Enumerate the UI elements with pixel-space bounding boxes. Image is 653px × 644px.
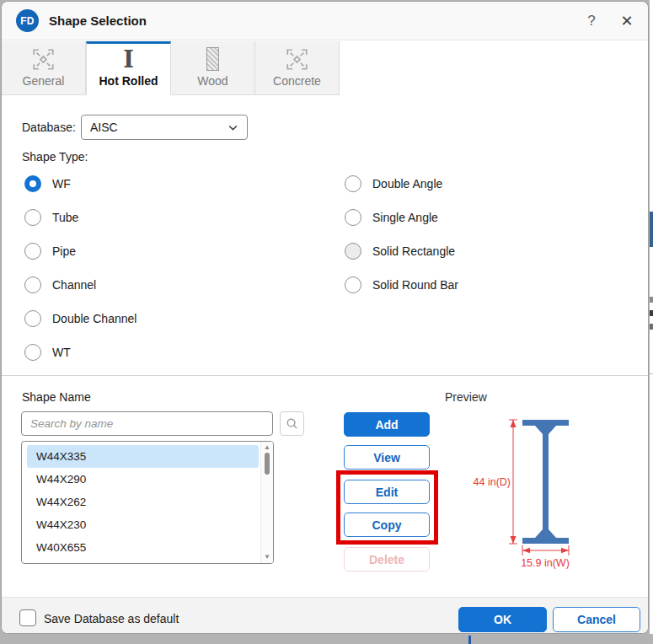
shape-preview: 44 in(D) 15.9 in(W) [465,412,625,577]
radio-option-solid-round-bar[interactable]: Solid Round Bar [345,276,458,294]
tab-label: Concrete [273,74,321,88]
cancel-button[interactable]: Cancel [553,607,640,632]
background-artifact [650,310,653,316]
radio-label: Pipe [52,244,76,258]
list-item[interactable]: W40X655 [22,536,260,559]
background-window-edge [650,0,653,634]
background-taskbar-tick [468,636,471,644]
database-label: Database: [22,121,76,134]
radio-option-tube[interactable]: Tube [24,208,78,227]
ibeam-icon: I [123,44,134,74]
radio-option-double-channel[interactable]: Double Channel [24,309,136,328]
dialog-title: Shape Selection [49,13,147,28]
title-bar: FD Shape Selection ? ✕ [2,2,648,40]
add-button[interactable]: Add [344,412,430,437]
radio-button[interactable] [24,276,41,293]
radio-button[interactable] [24,175,41,192]
edit-button[interactable]: Edit [344,480,430,504]
ibeam-section-drawing [522,420,569,544]
tab-label: General [23,74,65,88]
database-dropdown[interactable]: AISC [81,115,248,140]
section-divider [2,375,648,376]
radio-label: Double Angle [372,177,442,191]
radio-option-wf[interactable]: WF [24,174,71,193]
view-button[interactable]: View [344,445,430,470]
tab-label: Hot Rolled [99,74,158,88]
background-artifact [650,324,653,330]
background-artifact [650,212,653,247]
radio-option-solid-rectangle[interactable]: Solid Rectangle [345,242,455,260]
radio-option-pipe[interactable]: Pipe [24,242,76,260]
radio-option-wt[interactable]: WT [24,343,71,362]
concrete-shape-icon [286,44,308,74]
list-item[interactable]: W44X230 [22,513,260,536]
radio-label: WF [52,177,71,191]
shape-name-list: W44X335 W44X290 W44X262 W44X230 W40X655 … [21,441,274,564]
wood-section-icon [206,44,219,74]
width-dimension-label: 15.9 in(W) [521,557,570,569]
copy-button[interactable]: Copy [344,513,430,537]
preview-label: Preview [445,390,487,404]
radio-button[interactable] [345,175,361,192]
app-logo-icon: FD [16,9,39,32]
search-button[interactable] [280,411,304,436]
general-shape-icon [32,44,55,74]
close-button[interactable]: ✕ [615,10,639,32]
scrollbar-thumb[interactable] [265,453,270,475]
tab-wood[interactable]: Wood [171,41,255,95]
shape-name-label: Shape Name [22,390,91,404]
radio-label: WT [52,346,71,359]
scroll-down-icon[interactable]: ▼ [261,554,273,561]
radio-button[interactable] [24,344,41,361]
width-dimension [522,545,569,555]
radio-label: Single Angle [372,211,438,224]
search-icon [286,417,298,430]
radio-label: Tube [52,211,78,224]
radio-option-single-angle[interactable]: Single Angle [345,208,438,227]
depth-dimension-label: 44 in(D) [474,476,511,488]
tab-hot-rolled[interactable]: I Hot Rolled [86,41,171,95]
radio-label: Solid Rectangle [372,244,455,258]
shape-selection-dialog: FD Shape Selection ? ✕ General I Hot Rol… [1,1,649,634]
database-value: AISC [90,121,118,134]
background-artifact [650,297,653,303]
scroll-up-icon[interactable]: ▲ [261,444,273,451]
chevron-down-icon [227,122,238,133]
radio-button[interactable] [24,243,41,260]
list-item[interactable]: W44X290 [22,468,260,491]
background-artifact [650,373,653,374]
tab-strip: General I Hot Rolled Wood Concrete [2,41,648,95]
tab-concrete[interactable]: Concrete [255,41,340,95]
radio-button[interactable] [345,243,361,260]
radio-option-channel[interactable]: Channel [24,276,96,294]
dialog-footer: Save Database as default OK Cancel [2,597,648,634]
list-item[interactable]: W44X262 [22,491,260,513]
tab-general[interactable]: General [2,41,86,95]
radio-button[interactable] [345,276,361,293]
save-database-label: Save Database as default [44,612,179,625]
radio-label: Channel [52,278,96,292]
radio-label: Double Channel [52,312,136,325]
radio-button[interactable] [345,209,361,226]
tab-label: Wood [197,74,227,88]
radio-option-double-angle[interactable]: Double Angle [345,174,442,193]
shape-type-label: Shape Type: [22,150,88,164]
list-scrollbar[interactable]: ▲ ▼ [260,442,273,563]
radio-button[interactable] [24,209,41,226]
radio-button[interactable] [24,310,41,327]
list-item[interactable]: W44X335 [27,445,259,468]
radio-label: Solid Round Bar [372,278,458,292]
save-database-checkbox[interactable] [19,609,36,626]
search-input[interactable] [21,411,273,436]
delete-button: Delete [344,547,430,572]
ok-button[interactable]: OK [458,607,547,632]
help-button[interactable]: ? [581,11,602,31]
